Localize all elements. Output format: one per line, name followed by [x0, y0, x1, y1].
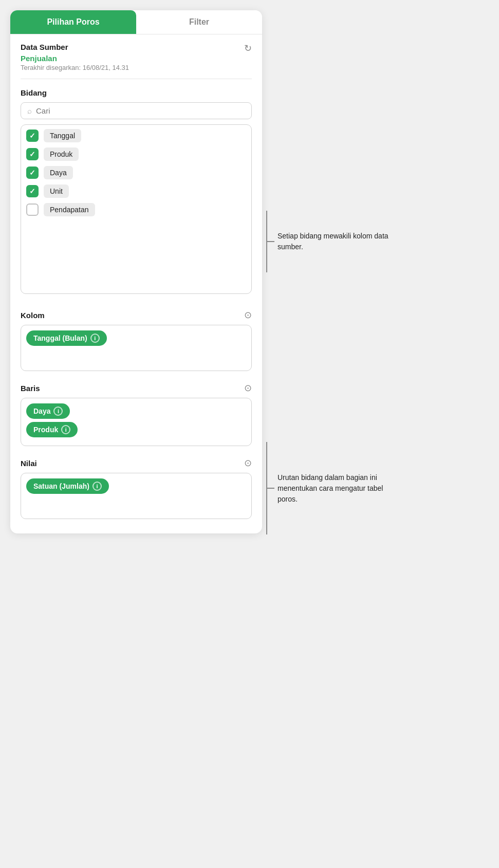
baris-box: Daya i Produk i: [21, 398, 252, 446]
bidang-section: Bidang ⌕ ✓ Tanggal ✓: [10, 81, 262, 294]
field-item-daya: ✓ Daya: [26, 166, 246, 179]
baris-tag-daya[interactable]: Daya i: [26, 403, 70, 419]
field-tag-unit[interactable]: Unit: [44, 184, 69, 198]
baris-more-icon[interactable]: ⊙: [244, 382, 252, 394]
check-icon-unit: ✓: [29, 188, 35, 195]
check-icon-daya: ✓: [29, 169, 35, 176]
kolom-section: Kolom ⊙ Tanggal (Bulan) i: [10, 302, 262, 375]
data-sumber-title: Data Sumber: [21, 43, 68, 51]
tab-bar: Pilihan Poros Filter: [10, 10, 262, 34]
annotation-baris: Urutan bidang dalam bagian ini menentuka…: [266, 442, 391, 534]
kolom-tag-tanggal-bulan[interactable]: Tanggal (Bulan) i: [26, 330, 107, 346]
checkbox-pendapatan[interactable]: ✓: [26, 204, 39, 216]
annotation-bidang-text: Setiap bidang mewakili kolom data sumber…: [278, 231, 391, 252]
kolom-info-icon[interactable]: i: [90, 334, 100, 343]
panel: Pilihan Poros Filter Data Sumber ↻ Penju…: [10, 10, 262, 533]
search-icon: ⌕: [27, 106, 32, 115]
checkbox-unit[interactable]: ✓: [26, 185, 39, 197]
refresh-icon[interactable]: ↻: [244, 43, 252, 54]
annotation-bidang: Setiap bidang mewakili kolom data sumber…: [266, 211, 391, 272]
field-item-tanggal: ✓ Tanggal: [26, 129, 246, 142]
kolom-tag-label: Tanggal (Bulan): [33, 334, 87, 342]
field-item-unit: ✓ Unit: [26, 184, 246, 198]
source-name: Penjualan: [21, 54, 252, 63]
nilai-tag-label: Satuan (Jumlah): [33, 482, 89, 490]
nilai-tag-satuan[interactable]: Satuan (Jumlah) i: [26, 478, 109, 494]
check-icon-tanggal: ✓: [29, 132, 35, 139]
field-tag-daya[interactable]: Daya: [44, 166, 73, 179]
field-item-produk: ✓ Produk: [26, 147, 246, 161]
check-icon-produk: ✓: [29, 151, 35, 158]
baris-tag-produk-label: Produk: [33, 426, 58, 434]
tab-pilihan-poros[interactable]: Pilihan Poros: [10, 10, 136, 34]
field-item-pendapatan: ✓ Pendapatan: [26, 203, 246, 216]
divider-1: [21, 79, 252, 79]
source-time: Terakhir disegarkan: 16/08/21, 14.31: [21, 64, 252, 71]
field-tag-tanggal[interactable]: Tanggal: [44, 129, 81, 142]
data-sumber-section: Data Sumber ↻ Penjualan Terakhir disegar…: [10, 34, 262, 77]
nilai-info-icon[interactable]: i: [93, 482, 102, 491]
baris-title: Baris: [21, 384, 40, 393]
bidang-title: Bidang: [21, 88, 252, 97]
baris-tag-daya-label: Daya: [33, 407, 50, 415]
checkbox-produk[interactable]: ✓: [26, 148, 39, 160]
field-tag-pendapatan[interactable]: Pendapatan: [44, 203, 95, 216]
nilai-more-icon[interactable]: ⊙: [244, 457, 252, 469]
kolom-title: Kolom: [21, 311, 45, 320]
checkbox-tanggal[interactable]: ✓: [26, 130, 39, 142]
kolom-more-icon[interactable]: ⊙: [244, 309, 252, 321]
nilai-box: Satuan (Jumlah) i: [21, 473, 252, 519]
search-input[interactable]: [36, 106, 245, 115]
baris-tag-produk[interactable]: Produk i: [26, 422, 78, 437]
page-container: Pilihan Poros Filter Data Sumber ↻ Penju…: [0, 5, 401, 540]
baris-produk-info-icon[interactable]: i: [61, 425, 70, 434]
baris-section: Baris ⊙ Daya i Produk i: [10, 375, 262, 450]
tab-filter[interactable]: Filter: [136, 10, 262, 34]
annotation-baris-text: Urutan bidang dalam bagian ini menentuka…: [278, 472, 391, 505]
baris-daya-info-icon[interactable]: i: [53, 407, 63, 416]
search-box: ⌕: [21, 102, 252, 119]
field-tag-produk[interactable]: Produk: [44, 147, 79, 161]
nilai-section: Nilai ⊙ Satuan (Jumlah) i: [10, 450, 262, 523]
checkbox-daya[interactable]: ✓: [26, 167, 39, 179]
nilai-title: Nilai: [21, 459, 37, 468]
kolom-box: Tanggal (Bulan) i: [21, 325, 252, 371]
field-list-box: ✓ Tanggal ✓ Produk ✓ Daya: [21, 124, 252, 294]
annotations-container: Setiap bidang mewakili kolom data sumber…: [262, 10, 391, 534]
